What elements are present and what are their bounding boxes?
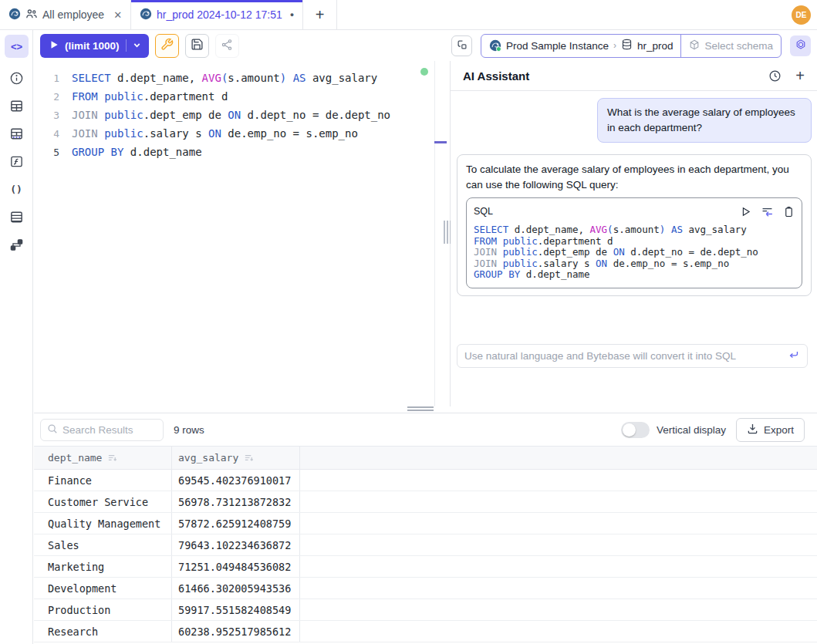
- functions-icon[interactable]: [8, 153, 24, 169]
- left-sidebar: <> (): [0, 30, 33, 644]
- new-tab-button[interactable]: +: [303, 0, 337, 29]
- line-number: 1: [34, 72, 59, 84]
- line-number: 2: [34, 91, 59, 103]
- code-text: FROM public.department d: [59, 90, 228, 103]
- postgres-icon: [140, 8, 152, 22]
- table-row[interactable]: Customer Service56978.731213872832: [34, 491, 817, 513]
- tab-label: All employee: [42, 8, 104, 21]
- cell-dept-name: Customer Service: [34, 491, 172, 512]
- tables-icon[interactable]: [8, 98, 24, 113]
- search-results-input[interactable]: [62, 424, 157, 436]
- unsaved-dot-icon: ●: [290, 11, 294, 19]
- cell-avg-salary: 59917.551582408549: [172, 599, 300, 620]
- schema-diagram-icon[interactable]: [8, 237, 24, 252]
- table-row[interactable]: Production59917.551582408549: [34, 599, 817, 621]
- sql-code-card: SQL SELECT d.dept_name, AVG(s.amount) AS…: [466, 197, 802, 288]
- cell-avg-salary: 56978.731213872832: [172, 491, 300, 512]
- cell-dept-name: Quality Management: [34, 513, 172, 534]
- cell-avg-salary: 60238.952517985612: [172, 621, 300, 642]
- sidebar-item-sql-editor[interactable]: <>: [5, 35, 29, 58]
- instance-selector[interactable]: Prod Sample Instance › hr_prod: [481, 35, 680, 57]
- table-row[interactable]: Marketing71251.049484536082: [34, 556, 817, 578]
- ai-assistant-panel: AI Assistant + What is the average salar…: [451, 61, 817, 406]
- save-icon: [191, 38, 204, 53]
- postgres-icon: [8, 8, 21, 22]
- sql-code-block: SELECT d.dept_name, AVG(s.amount) AS avg…: [474, 224, 795, 281]
- code-language-label: SQL: [474, 204, 493, 219]
- run-code-icon[interactable]: [740, 206, 751, 217]
- code-text: JOIN public.salary s ON de.emp_no = s.em…: [59, 127, 358, 140]
- tab-hr-prod[interactable]: hr_prod 2024-10-12 17:51 ●: [131, 0, 303, 29]
- table-header-row: dept_name avg_salary: [34, 447, 817, 470]
- cell-dept-name: Development: [34, 578, 172, 598]
- procedures-icon[interactable]: (): [8, 181, 24, 197]
- format-sql-button[interactable]: [451, 35, 472, 56]
- chat-area: What is the average salary of employees …: [451, 91, 817, 376]
- shared-people-icon: [25, 8, 38, 22]
- cell-avg-salary: 57872.625912408759: [172, 513, 300, 534]
- editor-line[interactable]: 3JOIN public.dept_emp de ON d.dept_no = …: [34, 106, 447, 124]
- sql-editor[interactable]: 1SELECT d.dept_name, AVG(s.amount) AS av…: [34, 61, 447, 406]
- chevron-down-icon[interactable]: [133, 39, 141, 52]
- history-clock-icon[interactable]: [768, 69, 782, 83]
- new-chat-plus-icon[interactable]: +: [795, 68, 805, 83]
- sort-icon[interactable]: [244, 453, 254, 463]
- run-query-button[interactable]: (limit 1000): [40, 34, 149, 58]
- table-row[interactable]: Development61466.302005943536: [34, 578, 817, 599]
- database-name: hr_prod: [637, 40, 674, 52]
- code-text: GROUP BY d.dept_name: [59, 146, 202, 158]
- ai-prompt-input[interactable]: [464, 350, 788, 362]
- play-icon: [49, 39, 59, 52]
- admin-wrench-button[interactable]: [155, 34, 179, 58]
- cell-dept-name: Marketing: [34, 556, 172, 577]
- row-count-label: 9 rows: [174, 424, 204, 436]
- horizontal-resize-handle[interactable]: [407, 406, 434, 411]
- info-icon[interactable]: [8, 70, 24, 86]
- export-button[interactable]: Export: [736, 418, 805, 442]
- connection-breadcrumb: Prod Sample Instance › hr_prod Select sc…: [481, 34, 782, 58]
- assistant-text: To calculate the average salary of emplo…: [466, 162, 802, 193]
- tab-label: hr_prod 2024-10-12 17:51: [157, 8, 282, 21]
- share-sheet-button[interactable]: [215, 34, 239, 58]
- editor-line[interactable]: 2FROM public.department d: [34, 87, 447, 106]
- breadcrumb-separator: ›: [613, 40, 616, 51]
- vertical-display-toggle[interactable]: [621, 422, 650, 438]
- save-sheet-button[interactable]: [185, 34, 209, 58]
- line-number: 4: [34, 128, 59, 140]
- line-number: 5: [34, 147, 59, 158]
- schema-selector[interactable]: Select schema: [680, 35, 781, 57]
- external-tables-icon[interactable]: [8, 126, 24, 141]
- sort-icon[interactable]: [107, 453, 117, 463]
- results-toolbar: 9 rows Vertical display Export: [34, 413, 817, 446]
- copy-clipboard-icon[interactable]: [783, 206, 795, 217]
- result-table: dept_name avg_salary Finance69545.402376…: [34, 446, 817, 642]
- cell-avg-salary: 79643.102234636872: [172, 534, 300, 555]
- table-row[interactable]: Finance69545.402376910017: [34, 470, 817, 491]
- editor-line[interactable]: 4JOIN public.salary s ON de.emp_no = s.e…: [34, 124, 447, 143]
- tab-all-employee[interactable]: All employee ✕: [0, 0, 131, 29]
- column-header-dept-name[interactable]: dept_name: [34, 447, 172, 469]
- views-icon[interactable]: [8, 209, 24, 224]
- editor-line[interactable]: 1SELECT d.dept_name, AVG(s.amount) AS av…: [34, 69, 447, 87]
- code-text: JOIN public.dept_emp de ON d.dept_no = d…: [59, 109, 390, 121]
- column-header-avg-salary[interactable]: avg_salary: [172, 447, 300, 469]
- table-row[interactable]: Research60238.952517985612: [34, 621, 817, 642]
- code-line: JOIN public.salary s ON de.emp_no = s.em…: [474, 258, 795, 270]
- editor-toolbar: (limit 1000) Prod Sample Instance › hr_p…: [34, 30, 817, 61]
- editor-line[interactable]: 5GROUP BY d.dept_name: [34, 143, 447, 161]
- format-icon: [456, 39, 468, 53]
- database-icon: [621, 39, 633, 52]
- instance-name: Prod Sample Instance: [506, 40, 609, 52]
- ai-assistant-header: AI Assistant +: [451, 61, 817, 91]
- table-row[interactable]: Quality Management57872.625912408759: [34, 513, 817, 534]
- insert-to-editor-icon[interactable]: [761, 205, 774, 218]
- table-row[interactable]: Sales79643.102234636872: [34, 534, 817, 556]
- enter-return-icon[interactable]: [788, 349, 800, 363]
- code-line: JOIN public.dept_emp de ON d.dept_no = d…: [474, 247, 795, 258]
- results-panel: 9 rows Vertical display Export dept_name…: [34, 413, 817, 644]
- line-number: 3: [34, 110, 59, 121]
- ai-assistant-toggle-button[interactable]: [790, 35, 811, 56]
- close-tab-icon[interactable]: ✕: [113, 9, 122, 21]
- avatar[interactable]: DE: [792, 5, 811, 25]
- schema-placeholder: Select schema: [704, 40, 773, 52]
